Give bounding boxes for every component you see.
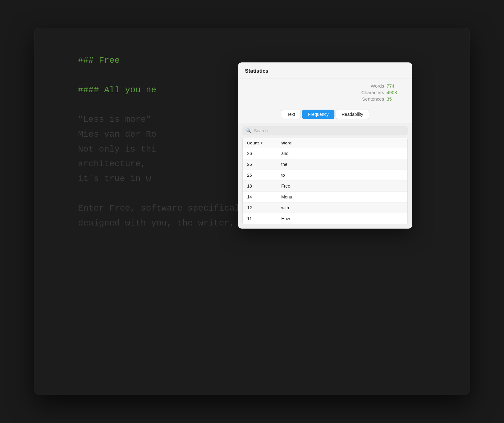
col-count-header[interactable]: Count ▼ (243, 138, 277, 148)
table-row: 26the (243, 159, 407, 170)
statistics-panel: Statistics Words 774 Characters 4908 Sen… (238, 62, 412, 229)
stats-numbers: Words 774 Characters 4908 Sentences 35 (238, 79, 412, 106)
cell-word: to (277, 170, 407, 181)
sort-arrow-icon: ▼ (260, 141, 263, 145)
cell-word: the (277, 159, 407, 170)
cell-count: 14 (243, 192, 277, 202)
cell-word: with (277, 202, 407, 213)
cell-word: Menu (277, 192, 407, 202)
tab-readability[interactable]: Readability (336, 110, 369, 119)
table-row: 25to (243, 170, 407, 181)
search-placeholder: Search (254, 128, 268, 133)
words-value: 774 (387, 83, 405, 89)
words-label: Words (371, 83, 384, 89)
cell-word: and (277, 148, 407, 159)
table-row: 12with (243, 202, 407, 213)
table-header-row: Count ▼ Word (243, 138, 407, 148)
table-row: 14Menu (243, 192, 407, 202)
sentences-label: Sentences (362, 96, 384, 102)
sentences-value: 35 (387, 96, 405, 102)
characters-row: Characters 4908 (245, 90, 405, 95)
characters-label: Characters (361, 90, 384, 95)
cell-count: 26 (243, 148, 277, 159)
cell-count: 12 (243, 202, 277, 213)
tab-frequency[interactable]: Frequency (302, 110, 334, 119)
col-word-header[interactable]: Word (277, 138, 407, 148)
words-row: Words 774 (245, 83, 405, 89)
stats-title: Statistics (245, 68, 268, 74)
cell-count: 18 (243, 181, 277, 192)
search-bar[interactable]: 🔍 Search (242, 126, 408, 135)
cell-word: How (277, 213, 407, 224)
table-row: 11How (243, 213, 407, 224)
frequency-table: Count ▼ Word 26and26the25to18Free14Menu1… (243, 138, 407, 224)
table-row: 18Free (243, 181, 407, 192)
tab-text[interactable]: Text (281, 110, 301, 119)
cell-count: 11 (243, 213, 277, 224)
app-window: ### Free #### All you ne "Less is more" … (34, 28, 470, 395)
cell-word: Free (277, 181, 407, 192)
stats-header: Statistics (238, 62, 412, 79)
sentences-row: Sentences 35 (245, 96, 405, 102)
cell-count: 25 (243, 170, 277, 181)
characters-value: 4908 (387, 90, 405, 95)
frequency-table-wrapper: Count ▼ Word 26and26the25to18Free14Menu1… (242, 138, 408, 224)
table-row: 26and (243, 148, 407, 159)
tabs-row: Text Frequency Readability (238, 106, 412, 123)
cell-count: 26 (243, 159, 277, 170)
search-icon: 🔍 (246, 128, 251, 133)
